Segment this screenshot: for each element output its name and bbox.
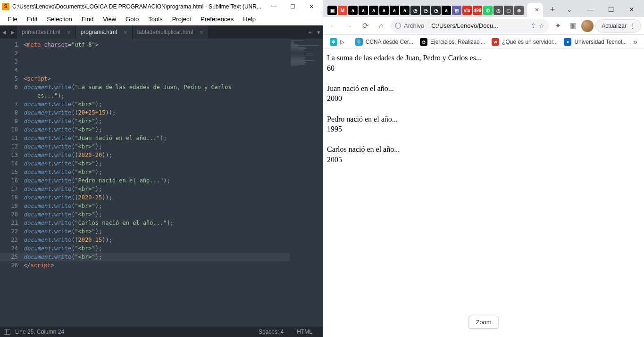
code-line[interactable]: document.write("<br>"); xyxy=(24,168,290,176)
background-tab-icon[interactable]: a xyxy=(369,6,378,15)
menu-file[interactable]: File xyxy=(3,14,22,24)
background-tab-icon[interactable]: a xyxy=(390,6,399,15)
line-number[interactable]: 9 xyxy=(0,117,24,125)
menu-help[interactable]: Help xyxy=(238,14,260,24)
background-tab-icon[interactable]: ◔ xyxy=(410,6,420,15)
bookmark-item[interactable]: ◔Ejercicios. Realizaci... xyxy=(416,37,487,47)
code-line[interactable]: <meta charset="utf-8"> xyxy=(24,41,290,49)
tab-close-icon[interactable]: ✕ xyxy=(535,7,539,13)
background-tab-icon[interactable]: vix xyxy=(462,6,472,15)
menu-find[interactable]: Find xyxy=(77,14,98,24)
code-line[interactable] xyxy=(24,49,290,58)
code-line[interactable]: document.write("<br>"); xyxy=(24,142,290,151)
menu-tools[interactable]: Tools xyxy=(143,14,167,24)
code-line[interactable]: document.write("<br>"); xyxy=(24,227,290,236)
code-line[interactable]: document.write("<br>"); xyxy=(24,202,290,210)
line-number[interactable]: 3 xyxy=(0,58,24,66)
background-tab-icon[interactable]: M xyxy=(338,6,347,15)
menu-edit[interactable]: Edit xyxy=(22,14,42,24)
profile-avatar[interactable] xyxy=(581,20,594,32)
sidebar-toggle-icon[interactable] xyxy=(4,329,10,335)
file-tab-close-icon[interactable]: × xyxy=(67,29,71,36)
page-content[interactable]: La suma de las edades de Juan, Pedro y C… xyxy=(323,49,644,337)
file-tab-close-icon[interactable]: × xyxy=(124,29,127,36)
code-line[interactable]: document.write((2020-15)); xyxy=(24,236,290,244)
code-line[interactable]: document.write("Carlos nació en el año..… xyxy=(24,219,290,227)
line-number[interactable]: 10 xyxy=(0,125,24,134)
line-number[interactable]: 2 xyxy=(0,49,24,58)
tab-new-icon[interactable]: + xyxy=(306,25,314,39)
line-number[interactable]: 13 xyxy=(0,151,24,159)
tab-back-icon[interactable]: ◀ xyxy=(0,25,8,39)
line-number[interactable]: 23 xyxy=(0,236,24,244)
background-tab-icon[interactable]: a xyxy=(359,6,368,15)
site-info-icon[interactable]: ⓘ xyxy=(395,22,401,30)
menu-selection[interactable]: Selection xyxy=(42,14,76,24)
bookmark-item[interactable]: ✲▷ xyxy=(326,37,351,47)
menu-preferences[interactable]: Preferences xyxy=(196,14,238,24)
extensions-icon[interactable]: ✦ xyxy=(551,19,564,33)
line-number[interactable]: 18 xyxy=(0,193,24,202)
reading-list-icon[interactable]: ▥ xyxy=(566,19,579,33)
line-number[interactable]: 20 xyxy=(0,210,24,219)
code-line[interactable]: document.write("Pedro nació en el año...… xyxy=(24,176,290,185)
menu-view[interactable]: View xyxy=(98,14,121,24)
line-number[interactable]: 24 xyxy=(0,244,24,253)
line-number[interactable]: 16 xyxy=(0,176,24,185)
code-line[interactable]: document.write("La suma de las edades de… xyxy=(24,83,290,91)
bookmark-star-icon[interactable]: ☆ xyxy=(539,22,544,29)
line-number[interactable]: 22 xyxy=(0,227,24,236)
background-tab-icon[interactable]: a xyxy=(442,6,451,15)
line-number[interactable]: 15 xyxy=(0,168,24,176)
background-tab-icon[interactable]: ◔ xyxy=(421,6,430,15)
close-button[interactable]: ✕ xyxy=(302,1,321,12)
code-line[interactable]: document.write("Juan nació en el año..."… xyxy=(24,134,290,142)
code-line[interactable]: document.write((2020-20)); xyxy=(24,151,290,159)
code-area[interactable]: <meta charset="utf-8"><script>document.w… xyxy=(24,39,290,327)
status-spaces[interactable]: Spaces: 4 xyxy=(252,329,290,335)
background-tab-icon[interactable]: ◌ xyxy=(504,6,513,15)
chrome-minimize-button[interactable]: — xyxy=(580,2,601,17)
new-tab-button[interactable]: + xyxy=(546,3,559,16)
line-number[interactable]: 8 xyxy=(0,108,24,117)
background-tab-icon[interactable]: a xyxy=(379,6,389,15)
forward-button[interactable]: → xyxy=(342,19,356,33)
minimize-button[interactable]: — xyxy=(264,1,283,12)
minimap[interactable] xyxy=(290,39,323,327)
menu-goto[interactable]: Goto xyxy=(121,14,143,24)
menu-project[interactable]: Project xyxy=(167,14,196,24)
line-number[interactable]: 5 xyxy=(0,74,24,83)
line-number[interactable]: 1 xyxy=(0,41,24,49)
line-number[interactable] xyxy=(0,91,24,100)
zoom-indicator[interactable]: Zoom xyxy=(468,316,498,329)
code-line[interactable]: document.write("<br>"); xyxy=(24,159,290,168)
tab-menu-icon[interactable]: ▾ xyxy=(314,25,323,39)
code-line[interactable]: document.write("<br>"); xyxy=(24,100,290,108)
background-tab-icon[interactable]: ⊛ xyxy=(514,6,524,15)
code-line[interactable]: document.write("<br>"); xyxy=(24,117,290,125)
code-line[interactable]: es..."); xyxy=(24,91,290,100)
line-number[interactable]: 14 xyxy=(0,159,24,168)
file-tab[interactable]: programa.html× xyxy=(76,25,133,39)
reload-button[interactable]: ⟳ xyxy=(358,19,372,33)
background-tab-icon[interactable]: 498 xyxy=(473,6,482,15)
code-line[interactable] xyxy=(24,58,290,66)
line-number[interactable]: 4 xyxy=(0,66,24,74)
home-button[interactable]: ⌂ xyxy=(374,19,388,33)
chrome-chevron-icon[interactable]: ⌄ xyxy=(559,2,580,17)
file-tab[interactable]: tablademultiplicar.html× xyxy=(133,25,209,39)
background-tab-icon[interactable]: a xyxy=(400,6,410,15)
share-icon[interactable]: ⇪ xyxy=(531,22,536,29)
line-number[interactable]: 26 xyxy=(0,261,24,270)
code-line[interactable]: document.write("<br>"); xyxy=(24,244,290,253)
back-button[interactable]: ← xyxy=(326,19,340,33)
line-number[interactable]: 12 xyxy=(0,142,24,151)
code-line[interactable]: document.write("<br>"); xyxy=(24,253,290,261)
line-number[interactable]: 21 xyxy=(0,219,24,227)
bookmark-item[interactable]: CCCNA desde Cer... xyxy=(351,37,415,47)
line-number[interactable]: 6 xyxy=(0,83,24,91)
active-tab[interactable]: ✕ xyxy=(527,3,543,17)
bookmarks-overflow-icon[interactable]: » xyxy=(629,36,641,48)
background-tab-icon[interactable]: ◔ xyxy=(431,6,441,15)
chrome-close-button[interactable]: ✕ xyxy=(621,2,642,17)
